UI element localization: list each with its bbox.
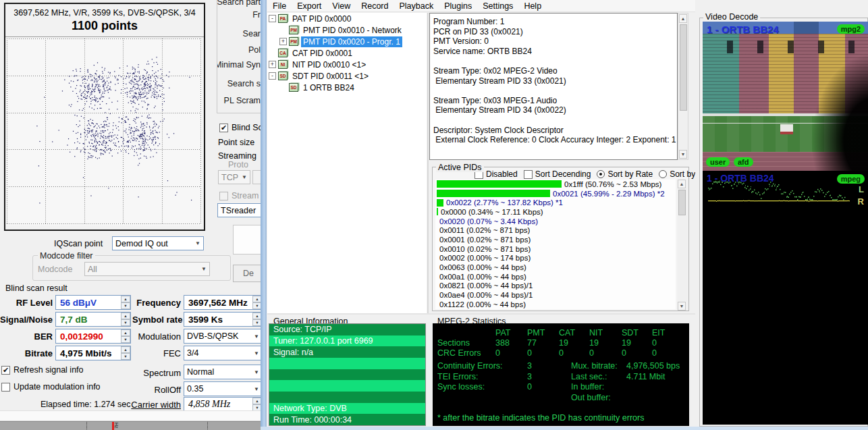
pid-rate-bar — [437, 190, 550, 197]
pid-row-label: 0x0020 (0.07% ~ 3.44 Kbps) — [439, 217, 538, 225]
tree-item-label: PMT PID 0x0020 - Progr. 1 — [301, 36, 402, 47]
menu-item-help[interactable]: Help — [518, 1, 547, 11]
scroll-down-icon[interactable]: ▼ — [678, 302, 686, 311]
tsreader-path-field[interactable]: TSreader — [217, 203, 265, 217]
tree-item[interactable]: +NINIT PID 0x0010 <1> — [267, 59, 427, 70]
pid-row[interactable]: 0x1122 (0.00% ~ 44 bps) — [435, 300, 676, 309]
pids-scrollbar[interactable]: ▲ ▼ — [677, 180, 688, 311]
general-info-row — [269, 380, 425, 392]
stats-column-header: CAT — [559, 328, 575, 338]
option-label: Disabled — [486, 169, 518, 179]
modcode-filter-label: Modcode filter — [38, 251, 95, 261]
pid-row[interactable]: 0x0ae4 (0.00% ~ 44 bps)/1 — [435, 290, 676, 300]
tree-item[interactable]: +PMPMT PID 0x0020 - Progr. 1 — [267, 36, 427, 47]
tree-item[interactable]: +PMPMT PID 0x0010 - Network — [267, 24, 427, 36]
audio-decode-display: 1 - ORTB BB24 mpeg L R — [703, 171, 868, 425]
elapsed-time-label: Elapsed time: 1.274 sec — [40, 400, 130, 409]
collapse-icon[interactable]: - — [269, 15, 276, 22]
streaming-label: Streaming — [218, 151, 256, 161]
tree-item[interactable]: -PAPAT PID 0x0000 — [267, 13, 427, 24]
menu-item-plugins[interactable]: Plugins — [439, 1, 477, 11]
pid-row[interactable]: 0x00a1 (0.00% ~ 44 bps) — [435, 272, 676, 281]
symbol-rate-field[interactable]: 3599 Ks ▲▼ — [184, 312, 263, 327]
scroll-up-icon[interactable]: ▲ — [678, 180, 686, 188]
pid-row[interactable]: 0x0022 (2.77% ~ 137.82 Kbps) *1 — [435, 198, 676, 207]
pid-row-label: 0x0021 (45.99% - 2.29 Mbps) *2 — [553, 190, 665, 198]
frequency-field[interactable]: 3697,562 MHz ▲▼ — [184, 295, 263, 310]
pid-row-label: 0x0ae4 (0.00% ~ 44 bps)/1 — [439, 291, 533, 299]
pid-row[interactable]: 0x0020 (0.07% ~ 3.44 Kbps) — [435, 217, 676, 226]
spinner[interactable]: ▲▼ — [121, 329, 130, 343]
pid-row[interactable]: 0x0021 (45.99% - 2.29 Mbps) *2 — [435, 189, 676, 198]
scroll-thumb[interactable] — [680, 24, 687, 111]
ber-field[interactable]: 0,0012990 ▲▼ — [55, 329, 131, 344]
stats-value: 19 — [622, 338, 631, 348]
tree-item[interactable]: -SDSDT PID 0x0011 <1> — [267, 70, 427, 82]
screen: 3697,562 MHz, V/R, 3599 Ks, DVB-S/QPSK, … — [0, 0, 868, 430]
carrier-width-field[interactable]: 4,858 MHz ▲▼ — [184, 397, 263, 412]
checkbox-sort-decending[interactable]: Sort Decending — [524, 169, 591, 179]
stream-checkbox[interactable]: Stream t — [219, 191, 263, 200]
tree-item[interactable]: +SD1 ORTB BB24 — [267, 82, 427, 93]
chevron-down-icon: ▼ — [242, 174, 247, 180]
table-icon-pa: PA — [278, 14, 288, 23]
video-decode-label: Video Decode — [703, 12, 760, 22]
protocol-select[interactable]: TCP ▼ — [218, 170, 250, 184]
expand-icon[interactable]: + — [279, 38, 287, 45]
modcode-select[interactable]: All ▼ — [84, 262, 210, 276]
stats-value: 0 — [652, 338, 657, 348]
de-button[interactable]: De — [233, 265, 264, 282]
carrier-width-label: Carrier width — [121, 400, 181, 410]
scroll-thumb[interactable] — [678, 190, 686, 215]
stats-value: 77 — [527, 338, 537, 348]
signal-noise-field[interactable]: 7,7 dB ▲▼ — [55, 312, 131, 327]
menu-item-file[interactable]: File — [267, 1, 292, 11]
rolloff-select[interactable]: 0.35 ▼ — [184, 381, 263, 396]
stats-value: 0 — [652, 348, 657, 358]
program-info-line: Elementary Stream PID 34 (0x0022) — [433, 105, 677, 115]
info-scrollbar[interactable]: ▲ ▼ — [678, 13, 688, 160]
radio-sort-by-rate[interactable]: Sort by Rate — [597, 169, 653, 179]
menu-item-settings[interactable]: Settings — [477, 1, 518, 11]
pid-row[interactable]: 0x0011 (0.02% ~ 871 bps) — [435, 225, 676, 235]
pane-splitter[interactable] — [427, 13, 429, 313]
active-pids-options: DisabledSort DecendingSort by RateSort b… — [474, 169, 711, 179]
pid-row[interactable]: 0x0001 (0.02% ~ 871 bps) — [435, 235, 676, 244]
signal-noise-label: Signal/Noise — [0, 315, 53, 325]
refresh-signal-checkbox[interactable]: ✔ Refresh signal info — [1, 365, 84, 375]
pid-row[interactable]: 0x0010 (0.02% ~ 871 bps) — [435, 244, 676, 254]
menu-item-view[interactable]: View — [327, 1, 356, 11]
rf-level-label: RF Level — [0, 298, 53, 308]
menu-item-record[interactable]: Record — [356, 1, 394, 11]
modulation-select[interactable]: DVB-S/QPSK ▼ — [184, 329, 263, 344]
spinner[interactable]: ▲▼ — [121, 313, 130, 326]
pid-row[interactable]: 0x0000 (0.34% ~ 17.11 Kbps) — [435, 207, 676, 217]
spinner[interactable]: ▲▼ — [121, 296, 130, 309]
update-modulation-checkbox[interactable]: Update modulation info — [1, 382, 101, 392]
menu-item-export[interactable]: Export — [292, 1, 327, 11]
spinner[interactable]: ▲▼ — [121, 346, 130, 360]
pid-row[interactable]: 0x0063 (0.00% ~ 44 bps) — [435, 263, 676, 272]
pid-row[interactable]: 0x0002 (0.00% ~ 174 bps) — [435, 254, 676, 263]
iqscan-point-select[interactable]: Demod IQ out ▼ — [112, 236, 204, 250]
stats-row-label: Sync losses: — [437, 382, 485, 392]
table-icon-pm: PM — [289, 26, 298, 34]
pid-row[interactable]: 0x0821 (0.00% ~ 44 bps)/1 — [435, 281, 676, 291]
point-size-label: Point size — [218, 138, 254, 147]
search-param-label: Sear — [243, 29, 261, 38]
stream-label: Stream t — [232, 191, 263, 200]
horizontal-splitter[interactable] — [267, 313, 695, 315]
expand-icon[interactable]: + — [269, 61, 276, 68]
program-info-line: Program Number: 1 — [433, 17, 677, 27]
scroll-up-icon[interactable]: ▲ — [679, 14, 687, 23]
fec-select[interactable]: 3/4 ▼ — [184, 346, 263, 360]
stats-row-label: Sections — [437, 338, 470, 348]
tree-item[interactable]: +CACAT PID 0x0001 — [267, 47, 427, 59]
rf-level-field[interactable]: 56 dBμV ▲▼ — [55, 295, 131, 310]
scroll-down-icon[interactable]: ▼ — [679, 150, 687, 159]
menu-item-playback[interactable]: Playback — [394, 1, 439, 11]
bitrate-field[interactable]: 4,975 Mbit/s ▲▼ — [55, 346, 131, 360]
collapse-icon[interactable]: - — [269, 72, 276, 80]
spectrum-select[interactable]: Normal ▼ — [184, 365, 263, 379]
pid-row[interactable]: 0x1fff (50.76% ~ 2.53 Mbps) — [435, 180, 676, 189]
